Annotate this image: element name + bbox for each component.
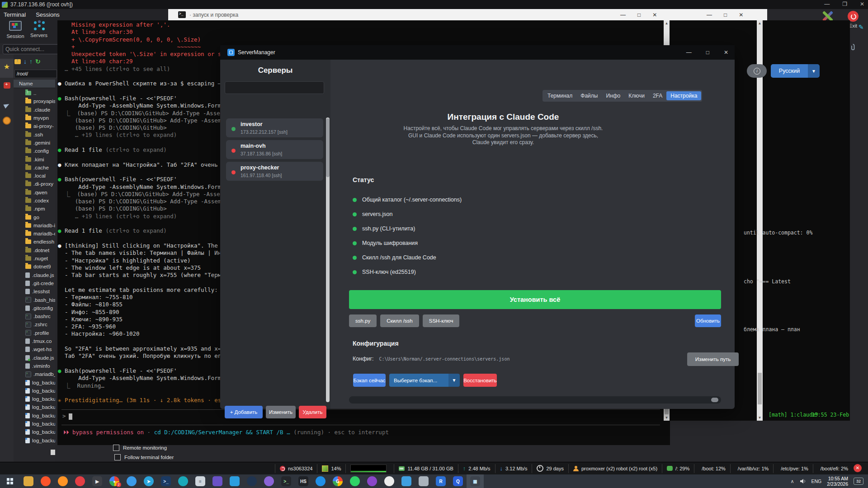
taskbar-app-icon[interactable] [381,474,398,488]
taskbar-app-icon[interactable]: ▶ [89,474,106,488]
upload-icon[interactable]: ↑ [29,58,33,65]
notification-center-badge[interactable]: 32 [854,478,863,485]
taskbar-app-icon[interactable] [71,474,89,488]
component-button[interactable]: SSH-ключ [423,314,460,327]
add-server-button[interactable]: + Добавить [225,406,263,418]
sessions-tab[interactable]: ★ [0,59,14,78]
file-row[interactable]: .local [14,172,55,180]
taskbar-app-icon[interactable]: ▦ [467,474,484,488]
server-search-input[interactable] [225,81,324,94]
network-tab[interactable] [0,114,14,130]
taskbar-app-icon[interactable] [226,474,243,488]
taskbar-app-icon[interactable]: HS [295,474,312,488]
file-row[interactable]: .ssh [14,130,55,138]
taskbar-app-icon[interactable] [260,474,278,488]
server-card[interactable]: main-ovh 37.187.136.86 [ssh] [226,140,323,159]
scroll-up-icon[interactable]: ▲ [664,21,670,25]
download-icon[interactable]: ↓ [24,58,27,65]
file-row[interactable]: log_backu [14,428,55,436]
file-row[interactable]: log_backu [14,420,55,428]
backup-now-button[interactable]: Бэкап сейчас [353,374,386,387]
taskbar-app-icon[interactable] [175,474,192,488]
file-row[interactable]: .viminfo [14,362,55,370]
folder-up-icon[interactable] [14,59,21,64]
language-selector[interactable]: Русский ▼ [771,64,820,78]
taskbar-app-icon[interactable] [209,474,226,488]
taskbar-app-icon[interactable]: ● 2 [106,474,123,488]
file-row[interactable]: .. [14,89,55,97]
file-row[interactable]: .claude.js [14,271,55,279]
language-indicator[interactable]: ENG [811,479,822,484]
file-row[interactable]: .gemini [14,139,55,147]
backup-select[interactable]: Выберите бэкап... ▼ [389,374,460,387]
file-row[interactable]: go [14,213,55,221]
console2-scrollbar[interactable]: ▲ ▼ [757,20,763,421]
taskbar-app-icon[interactable]: >_ [278,474,295,488]
file-row[interactable]: .npm [14,205,55,213]
server-card[interactable]: investor 173.212.212.157 [ssh] [226,118,323,137]
taskbar-app-icon[interactable]: ➤ [140,474,157,488]
taskbar-app-icon[interactable] [398,474,415,488]
mobaxterm-minimize-button[interactable]: — [824,1,830,7]
terminal-maximize-button[interactable]: □ [637,12,641,18]
taskbar-app-icon[interactable]: R [432,474,449,488]
horizontal-scrollbar[interactable] [349,396,721,404]
tools-tab[interactable] [0,80,14,96]
servers-button[interactable]: Servers [27,21,51,38]
sidebar-scrollbar[interactable] [326,117,330,402]
server-card[interactable]: proxy-checker 161.97.118.40 [ssh] [226,162,323,181]
current-path-input[interactable]: /root/ [14,70,57,78]
tab[interactable]: Терминал [543,91,576,100]
taskbar-app-icon[interactable] [54,474,71,488]
file-row[interactable]: .qwen [14,188,55,197]
console2-close-button[interactable]: ✕ [739,12,743,18]
taskbar-app-icon[interactable] [123,474,140,488]
file-list-header[interactable]: Name [14,80,55,88]
file-row[interactable]: log_backu [14,436,55,444]
menu-item[interactable]: Terminal [4,11,26,18]
scroll-down-icon[interactable]: ▼ [664,416,670,420]
file-row[interactable]: .lesshst [14,287,55,296]
mobaxterm-restore-button[interactable]: ❐ [842,1,847,7]
file-row[interactable]: .config [14,147,55,155]
file-row[interactable]: myvpn [14,114,55,122]
tray-expand-icon[interactable]: ∧ [790,479,794,484]
file-row[interactable]: .bashrc [14,312,55,320]
remote-tab[interactable] [0,98,14,115]
sm-minimize-button[interactable]: — [686,49,692,56]
file-row[interactable]: .bash_his [14,296,55,304]
refresh-icon[interactable]: ↻ [35,58,41,65]
taskbar-app-icon[interactable] [37,474,54,488]
file-row[interactable]: .nuget [14,254,55,263]
follow-folder-checkbox[interactable] [114,454,121,460]
scrollbar-thumb[interactable] [758,373,762,404]
file-row[interactable]: log_backu [14,412,55,420]
file-row[interactable]: endlessh [14,238,55,246]
speaker-icon[interactable] [800,479,806,484]
tab[interactable]: Инфо [602,91,624,100]
delete-server-button[interactable]: Удалить [299,406,326,418]
file-row[interactable]: .mariadb_ [14,370,55,378]
tab[interactable]: Настройка [666,91,701,100]
taskbar-app-icon[interactable] [346,474,363,488]
scroll-up-icon[interactable]: ▲ [757,21,763,25]
start-button[interactable] [0,474,20,488]
menu-item[interactable]: Sessions [36,11,60,18]
file-row[interactable]: .kimi [14,155,55,163]
restore-button[interactable]: Восстановить [463,374,497,387]
remote-monitoring-checkbox[interactable] [113,445,119,451]
file-row[interactable]: log_backu [14,395,55,403]
file-row[interactable]: mariadb-i [14,221,55,230]
file-row[interactable]: .codex [14,197,55,205]
taskbar-app-icon[interactable] [415,474,432,488]
file-row[interactable]: .wget-hs [14,345,55,353]
info-button[interactable]: i [747,64,767,78]
mobaxterm-close-button[interactable]: ✕ [860,1,864,7]
file-row[interactable]: .di-proxy [14,180,55,188]
file-row[interactable]: proxyapis [14,97,55,105]
file-row[interactable]: .claude.js [14,354,55,362]
taskbar-app-icon[interactable] [312,474,329,488]
taskbar-app-icon[interactable] [243,474,260,488]
session-button[interactable]: Session [4,21,27,39]
tab[interactable]: 2FA [649,91,666,100]
